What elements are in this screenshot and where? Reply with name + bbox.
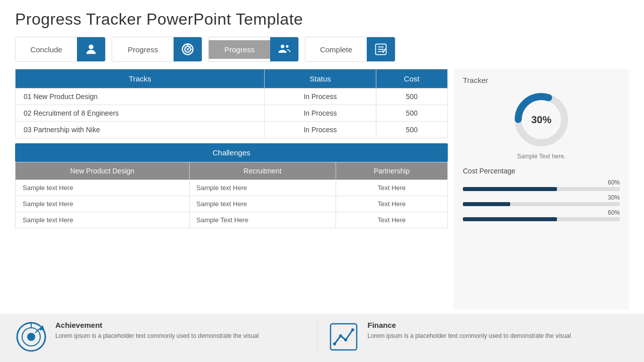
bar-label-1: 60% <box>604 179 620 186</box>
bar-track-2 <box>463 202 620 206</box>
body-row: Tracks Status Cost 01 New Product Design… <box>15 69 629 310</box>
bar-track-1 <box>463 187 620 191</box>
achievement-text: Lorem ipsum is a placeholder text common… <box>55 331 259 340</box>
tab-progress2[interactable]: Progress <box>208 37 299 62</box>
table-row: Sample text Here Sample Text Here Text H… <box>16 212 448 228</box>
tab-progress1[interactable]: Progress <box>112 37 202 62</box>
tracks-header: Tracks <box>16 69 265 88</box>
bar-row-1: 60% <box>463 179 620 191</box>
status-header: Status <box>265 69 376 88</box>
donut-chart: 30% <box>463 89 620 150</box>
svg-point-0 <box>89 45 93 49</box>
achievement-icon <box>15 321 47 355</box>
main-container: Progress Tracker PowerPoint Template Con… <box>0 0 644 362</box>
table-row: 02 Recruitment of 8 Engineers In Process… <box>16 105 448 122</box>
tab-bar: Conclude Progress Progress Complete <box>15 37 629 62</box>
svg-point-6 <box>281 45 284 48</box>
right-panel: Tracker 30% Sample Text here. Cost Perce… <box>454 69 629 310</box>
challenges-table: New Product Design Recruitment Partnersh… <box>15 162 448 228</box>
team-icon <box>277 42 291 56</box>
achievement-card: Achievement Lorem ipsum is a placeholder… <box>15 321 317 355</box>
challenges-col-recruitment: Recruitment <box>189 162 336 180</box>
cost-header: Cost <box>376 69 447 88</box>
bar-row-3: 60% <box>463 209 620 221</box>
bar-row-2: 30% <box>463 194 620 206</box>
progress2-icon-box <box>270 37 298 61</box>
finance-content: Finance Lorem ipsum is a placeholder tex… <box>368 321 571 340</box>
table-row: Sample text Here Sample text Here Text H… <box>16 180 448 196</box>
table-row: 03 Partnership with Nike In Process 500 <box>16 122 448 138</box>
achievement-title: Achievement <box>55 321 259 329</box>
svg-rect-19 <box>331 324 357 350</box>
checklist-icon <box>374 42 388 56</box>
tracker-subtitle: Sample Text here. <box>463 153 620 160</box>
tab-complete[interactable]: Complete <box>305 37 395 62</box>
donut-percent-label: 30% <box>531 114 551 126</box>
bar-fill-1 <box>463 187 557 191</box>
challenges-header: Challenges <box>15 143 448 162</box>
svg-point-23 <box>333 342 336 345</box>
bar-track-3 <box>463 217 620 221</box>
svg-point-21 <box>344 338 347 341</box>
finance-card: Finance Lorem ipsum is a placeholder tex… <box>317 321 629 355</box>
bar-fill-3 <box>463 217 557 221</box>
tracks-table: Tracks Status Cost 01 New Product Design… <box>15 69 448 138</box>
svg-point-3 <box>187 48 189 51</box>
svg-point-20 <box>351 328 354 331</box>
target-icon <box>181 42 195 56</box>
finance-text: Lorem ipsum is a placeholder text common… <box>368 331 571 340</box>
person-icon <box>84 42 98 56</box>
page-title: Progress Tracker PowerPoint Template <box>15 10 629 29</box>
table-row: 01 New Product Design In Process 500 <box>16 88 448 105</box>
bottom-row: Achievement Lorem ipsum is a placeholder… <box>0 314 644 362</box>
progress1-icon-box <box>174 37 202 61</box>
bar-label-3: 60% <box>604 209 620 216</box>
achievement-content: Achievement Lorem ipsum is a placeholder… <box>55 321 259 340</box>
conclude-icon-box <box>77 37 105 61</box>
tab-conclude[interactable]: Conclude <box>15 37 106 62</box>
svg-point-22 <box>339 334 342 337</box>
bar-label-2: 30% <box>604 194 620 201</box>
left-panel: Tracks Status Cost 01 New Product Design… <box>15 69 448 310</box>
challenges-col-partnership: Partnership <box>336 162 448 180</box>
table-row: Sample text Here Sample text Here Text H… <box>16 196 448 212</box>
challenges-col-new: New Product Design <box>16 162 190 180</box>
finance-icon <box>328 321 360 355</box>
complete-icon-box <box>367 37 395 61</box>
bar-fill-2 <box>463 202 510 206</box>
svg-point-16 <box>27 333 35 341</box>
finance-title: Finance <box>368 321 571 329</box>
cost-title: Cost Percentage <box>463 167 620 175</box>
svg-point-7 <box>286 45 288 48</box>
tracker-title: Tracker <box>463 76 620 84</box>
